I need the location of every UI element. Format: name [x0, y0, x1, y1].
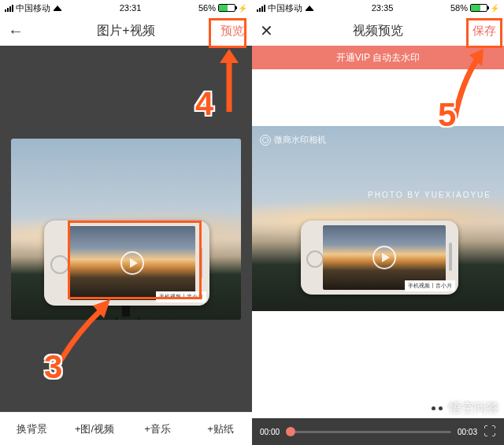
carrier-text: 中国移动	[16, 2, 50, 14]
editor-canvas[interactable]: 手机视频丨音小月	[0, 46, 252, 412]
seek-thumb[interactable]	[286, 427, 295, 436]
nav-bar: ✕ 视频预览 保存	[252, 16, 504, 46]
tool-music[interactable]: +音乐	[126, 413, 189, 445]
wifi-icon	[53, 6, 62, 11]
tool-media[interactable]: +图/视频	[63, 413, 126, 445]
back-icon[interactable]: ←	[8, 22, 24, 40]
photo-credit: PHOTO BY YUEXIAOYUE	[368, 191, 491, 199]
page-title: 视频预览	[252, 23, 504, 39]
battery-pct: 58%	[450, 3, 468, 13]
seek-track[interactable]	[286, 431, 451, 433]
play-icon[interactable]	[120, 251, 144, 275]
charging-icon: ⚡	[238, 4, 247, 13]
wukong-watermark: 悟空问答	[428, 400, 499, 417]
page-title: 图片+视频	[0, 23, 252, 39]
status-bar: 中国移动 23:35 58%⚡	[252, 0, 504, 16]
carrier-text: 中国移动	[268, 2, 302, 14]
bottom-toolbar: 换背景 +图/视频 +音乐 +贴纸	[0, 412, 252, 445]
clock: 23:31	[120, 3, 142, 13]
status-bar: 中国移动 23:31 56%⚡	[0, 0, 252, 16]
video-overlay[interactable]: 手机视频丨音小月	[44, 221, 209, 306]
wifi-icon	[305, 6, 314, 11]
battery-icon	[470, 4, 487, 12]
charging-icon: ⚡	[490, 4, 499, 13]
close-icon[interactable]: ✕	[260, 21, 273, 40]
play-icon[interactable]	[372, 246, 396, 269]
fullscreen-icon[interactable]: ⛶	[484, 425, 496, 439]
preview-button[interactable]: 预览	[220, 24, 244, 39]
time-current: 00:00	[260, 428, 280, 436]
battery-icon	[218, 4, 235, 12]
background-image: 手机视频丨音小月	[11, 139, 241, 320]
video-watermark: 手机视频丨音小月	[405, 280, 455, 291]
progress-bar[interactable]: 00:00 00:03 ⛶	[252, 418, 504, 445]
tripod	[115, 306, 137, 320]
save-button[interactable]: 保存	[472, 24, 496, 39]
tool-sticker[interactable]: +贴纸	[189, 413, 252, 445]
video-watermark: 手机视频丨音小月	[156, 291, 206, 302]
clock: 23:35	[372, 3, 394, 13]
video-overlay: 手机视频丨音小月	[301, 221, 458, 295]
nav-bar: ← 图片+视频 预览	[0, 16, 252, 46]
tool-bg[interactable]: 换背景	[0, 413, 63, 445]
time-total: 00:03	[458, 428, 477, 436]
app-watermark: 微商水印相机	[260, 134, 326, 146]
battery-pct: 56%	[198, 3, 216, 13]
video-preview[interactable]: 微商水印相机 PHOTO BY YUEXIAOYUE 手机视频丨音小月	[252, 126, 504, 311]
vip-banner[interactable]: 开通VIP 自动去水印	[252, 46, 504, 69]
